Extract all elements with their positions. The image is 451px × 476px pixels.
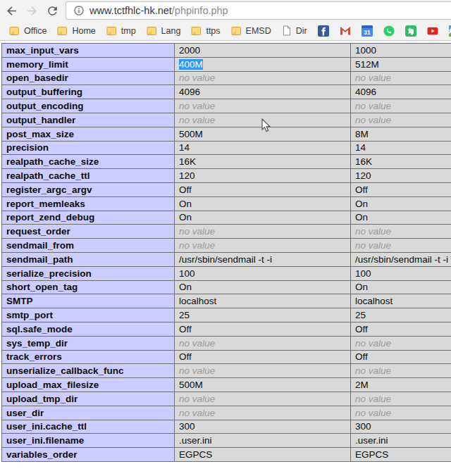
table-row: output_buffering40964096 bbox=[2, 85, 451, 99]
forward-button[interactable] bbox=[23, 1, 41, 20]
bookmark-evernote[interactable] bbox=[402, 23, 419, 39]
bookmark-whatsapp[interactable] bbox=[381, 23, 397, 39]
directive-name-cell: output_handler bbox=[2, 113, 175, 127]
phpinfo-table: max_input_vars20001000memory_limit400M51… bbox=[1, 43, 451, 462]
directive-name-cell: unserialize_callback_func bbox=[2, 364, 175, 378]
local-value-cell: no value bbox=[175, 239, 351, 253]
page-info-icon[interactable] bbox=[73, 5, 85, 16]
master-value-cell: no value bbox=[351, 225, 451, 239]
master-value-cell: no value bbox=[351, 364, 451, 378]
master-value-cell: .user.ini bbox=[351, 434, 451, 448]
master-value-cell: 16K bbox=[351, 155, 451, 169]
master-value-cell: localhost bbox=[351, 294, 451, 308]
local-value-cell: 4096 bbox=[175, 85, 351, 99]
master-value-cell: 1000 bbox=[351, 44, 451, 58]
directive-name-cell: upload_tmp_dir bbox=[2, 392, 175, 406]
local-value-cell: 25 bbox=[175, 308, 351, 322]
bookmark-tmp[interactable]: tmp bbox=[104, 23, 139, 39]
page-content: max_input_vars20001000memory_limit400M51… bbox=[0, 41, 451, 476]
master-value-cell: On bbox=[351, 211, 451, 225]
master-value-cell: /usr/sbin/sendmail -t -i bbox=[351, 252, 451, 266]
bookmark-ttps[interactable]: ttps bbox=[188, 23, 223, 39]
master-value-cell: no value bbox=[351, 99, 451, 113]
youtube-icon bbox=[427, 25, 438, 37]
local-value-cell: no value bbox=[175, 225, 351, 239]
evernote-icon bbox=[405, 25, 416, 37]
master-value-cell: Off bbox=[351, 182, 451, 196]
local-value-cell: 500M bbox=[175, 127, 351, 141]
table-row: sys_temp_dirno valueno value bbox=[2, 336, 451, 350]
master-value-cell: 300 bbox=[351, 420, 451, 434]
local-value-cell: no value bbox=[175, 99, 351, 113]
address-bar[interactable]: www.tctfhlc-hk.net/phpinfo.php bbox=[66, 1, 451, 20]
master-value-cell: 4096 bbox=[351, 85, 451, 99]
local-value-cell: no value bbox=[175, 364, 351, 378]
table-row: upload_tmp_dirno valueno value bbox=[2, 392, 451, 406]
master-value-cell: 512M bbox=[351, 57, 451, 71]
table-row: SMTPlocalhostlocalhost bbox=[2, 294, 451, 308]
bookmark-google-maps[interactable] bbox=[446, 23, 451, 39]
local-value-cell: 100 bbox=[175, 266, 351, 280]
directive-name-cell: user_ini.cache_ttl bbox=[2, 420, 175, 434]
directive-name-cell: realpath_cache_ttl bbox=[2, 169, 175, 183]
directive-name-cell: smtp_port bbox=[2, 308, 175, 322]
directive-name-cell: precision bbox=[2, 141, 175, 155]
back-button[interactable] bbox=[2, 1, 20, 20]
folder-icon bbox=[231, 26, 242, 36]
reload-icon bbox=[46, 4, 59, 18]
url-text: www.tctfhlc-hk.net/phpinfo.php bbox=[89, 5, 228, 16]
local-value-cell: 16K bbox=[175, 155, 351, 169]
table-row: sql.safe_modeOffOff bbox=[2, 322, 451, 336]
table-row: sendmail_fromno valueno value bbox=[2, 239, 451, 253]
local-value-cell: 14 bbox=[175, 141, 351, 155]
directive-name-cell: serialize_precision bbox=[2, 266, 175, 280]
local-value-cell: 400M bbox=[175, 57, 351, 71]
directive-name-cell: variables_order bbox=[2, 448, 175, 462]
table-row: report_memleaksOnOn bbox=[2, 196, 451, 211]
bookmark-office[interactable]: Office bbox=[6, 23, 49, 39]
directive-name-cell: user_dir bbox=[2, 406, 175, 420]
whatsapp-icon bbox=[383, 25, 395, 37]
master-value-cell: 8M bbox=[351, 127, 451, 141]
table-row: variables_orderEGPCSEGPCS bbox=[2, 448, 451, 462]
bookmark-emsd[interactable]: EMSD bbox=[228, 23, 274, 39]
directive-name-cell: output_encoding bbox=[2, 99, 175, 113]
bookmark-youtube[interactable] bbox=[424, 23, 441, 39]
phpinfo-tbody: max_input_vars20001000memory_limit400M51… bbox=[2, 44, 451, 462]
directive-name-cell: sendmail_from bbox=[2, 239, 175, 253]
master-value-cell: Off bbox=[351, 322, 451, 336]
facebook-icon bbox=[318, 25, 329, 37]
master-value-cell: no value bbox=[351, 336, 451, 350]
table-row: output_encodingno valueno value bbox=[2, 99, 451, 113]
bookmark-gmail[interactable] bbox=[337, 23, 354, 39]
directive-name-cell: post_max_size bbox=[2, 127, 175, 141]
directive-name-cell: sys_temp_dir bbox=[2, 336, 175, 350]
bookmark-label: Dir bbox=[296, 26, 307, 36]
browser-toolbar: www.tctfhlc-hk.net/phpinfo.php bbox=[0, 0, 451, 21]
bookmark-facebook[interactable] bbox=[315, 23, 332, 39]
bookmark-dir[interactable]: Dir bbox=[279, 23, 310, 39]
table-row: open_basedirno valueno value bbox=[2, 71, 451, 85]
local-value-cell: /usr/sbin/sendmail -t -i bbox=[175, 252, 351, 266]
master-value-cell: On bbox=[351, 280, 451, 294]
table-row: memory_limit400M512M bbox=[2, 57, 451, 71]
gmail-icon bbox=[340, 26, 351, 35]
directive-name-cell: upload_max_filesize bbox=[2, 378, 175, 392]
local-value-cell: no value bbox=[175, 71, 351, 85]
local-value-cell: On bbox=[175, 196, 351, 211]
table-row: precision1414 bbox=[2, 141, 451, 155]
directive-name-cell: output_buffering bbox=[2, 85, 175, 99]
table-row: realpath_cache_ttl120120 bbox=[2, 169, 451, 183]
reload-button[interactable] bbox=[43, 1, 61, 20]
directive-name-cell: SMTP bbox=[2, 294, 175, 308]
bookmark-google-calendar[interactable]: 31 bbox=[359, 23, 376, 39]
bookmark-lang[interactable]: Lang bbox=[144, 23, 184, 39]
master-value-cell: Off bbox=[351, 350, 451, 364]
table-row: serialize_precision100100 bbox=[2, 266, 451, 280]
local-value-cell: Off bbox=[175, 182, 351, 196]
bookmark-home[interactable]: Home bbox=[54, 23, 98, 39]
bookmark-label: Home bbox=[72, 26, 95, 36]
folder-icon bbox=[191, 26, 202, 36]
directive-name-cell: user_ini.filename bbox=[2, 434, 175, 448]
master-value-cell: no value bbox=[351, 113, 451, 127]
